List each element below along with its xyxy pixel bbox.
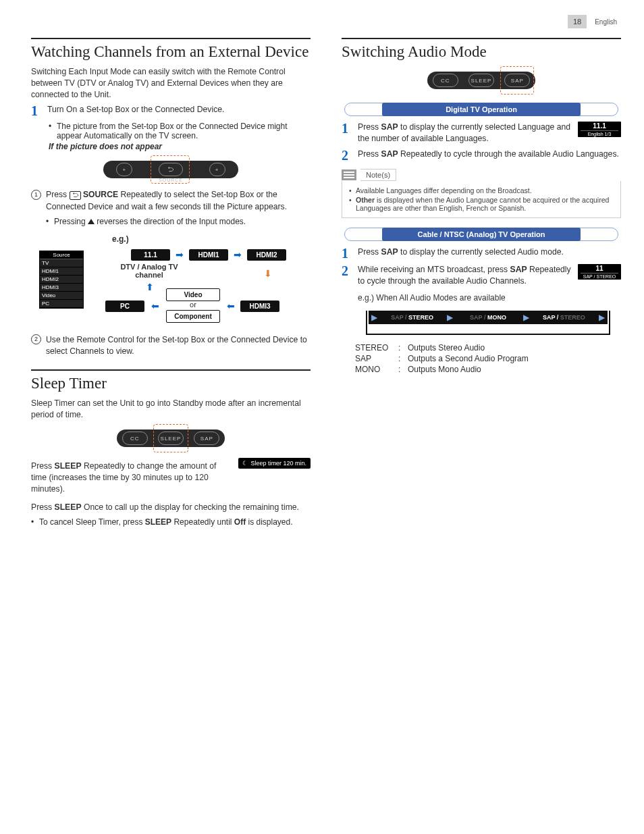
pill-pc: PC: [105, 301, 144, 312]
remote-sleep-graphic: CC SLEEP SAP: [117, 424, 225, 451]
sleep-press-text: Press SLEEP Repeatedly to change the amo…: [31, 461, 232, 494]
audio-cycle-diagram: ▶ SAP / STEREO ▶ SAP / MONO ▶ SAP / STER…: [355, 307, 621, 336]
pill-hdmi3: HDMI3: [240, 301, 279, 312]
source-icon: ⮌: [70, 191, 81, 200]
notes-header: Note(s): [342, 169, 621, 181]
right-column: Switching Audio Mode CC SLEEP SAP Digita…: [342, 31, 621, 528]
pill-hdmi1: HDMI1: [189, 249, 228, 261]
pill-video: Video: [166, 288, 220, 301]
sleep-once-text: Press SLEEP Once to call up the display …: [31, 502, 311, 513]
circled-1: 1 Press ⮌ SOURCE Repeatedly to select th…: [31, 189, 311, 212]
left-column: Watching Channels from an External Devic…: [31, 31, 311, 528]
sleep-osd: ☾Sleep timer 120 min.: [238, 458, 311, 469]
remote-plus: +: [209, 163, 225, 176]
remote-plus: +: [116, 163, 132, 176]
source-flow-diagram: Source TV HDMI1 HDMI2 HDMI3 Video PC 11.…: [31, 248, 311, 329]
triangle-up-icon: [88, 219, 95, 224]
page-number: 18: [568, 15, 587, 28]
remote-sap-graphic: CC SLEEP SAP: [427, 66, 535, 93]
eg-audio: e.g.) When All Audio Modes are available: [358, 292, 621, 304]
remote-source-graphic: + ⮌ SOURCE +: [103, 155, 238, 182]
sleep-cancel-text: • To cancel Sleep Timer, press SLEEP Rep…: [31, 517, 311, 527]
remote-sap: SAP: [194, 432, 219, 445]
heading-sleep-timer: Sleep Timer: [31, 375, 311, 392]
page-language: English: [591, 16, 621, 28]
osd-digital: 11.1English 1/3: [578, 122, 621, 137]
analog-step-2: 2 While receiving an MTS broadcast, pres…: [342, 264, 572, 287]
pill-hdmi2: HDMI2: [247, 249, 286, 261]
digital-step-1: 1 Press SAP to display the currently sel…: [342, 122, 572, 145]
pill-111: 11.1: [131, 249, 170, 261]
analog-step-1: 1 Press SAP to display the currently sel…: [342, 246, 621, 260]
ribbon-digital: Digital TV Operation: [342, 103, 621, 116]
moon-icon: ☾: [242, 460, 248, 467]
sleep-intro: Sleep Timer can set the Unit to go into …: [31, 398, 311, 421]
remote-cc: CC: [122, 432, 148, 445]
digital-step-2: 2 Press SAP Repeatedly to cycle through …: [342, 149, 621, 162]
circled-2: 2 Use the Remote Control for the Set-top…: [31, 334, 311, 357]
source-menu: Source TV HDMI1 HDMI2 HDMI3 Video PC: [39, 251, 84, 309]
reverse-bullet: •Pressing reverses the direction of the …: [46, 217, 311, 226]
page-header: 18 English: [31, 12, 621, 28]
remote-sleep: SLEEP: [468, 74, 494, 87]
dtv-label: DTV / Analog TV channel: [112, 263, 186, 279]
step-1-bullet: •The picture from the Set-top Box or the…: [49, 122, 311, 140]
heading-external-device: Watching Channels from an External Devic…: [31, 43, 311, 61]
notes-body: •Available Languages differ depending on…: [342, 181, 621, 218]
eg-label: e.g.): [112, 234, 311, 244]
notes-icon: [342, 170, 356, 180]
intro-text: Switching Each Input Mode can easily swi…: [31, 66, 311, 100]
heading-audio-mode: Switching Audio Mode: [342, 43, 621, 61]
if-picture-not-appear: If the picture does not appear: [49, 142, 311, 151]
osd-analog: 11SAP / STEREO: [578, 264, 621, 280]
remote-cc: CC: [433, 74, 458, 87]
pill-component: Component: [166, 310, 220, 323]
step-1: 1 Turn On a Set-top Box or the Connected…: [31, 104, 311, 118]
ribbon-analog: Cable / NTSC (Analog) TV Operation: [342, 228, 621, 241]
audio-definitions: STEREO:Outputs Stereo Audio SAP:Outputs …: [355, 343, 621, 374]
